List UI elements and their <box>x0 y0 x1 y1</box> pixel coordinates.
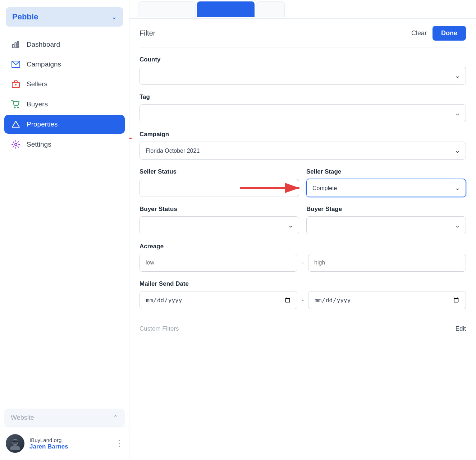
buyer-stage-label: Buyer Stage <box>306 206 466 213</box>
mailer-date-range: - <box>139 291 466 309</box>
user-menu-dots[interactable]: ⋮ <box>115 439 123 448</box>
sidebar-item-dashboard[interactable]: Dashboard <box>4 35 125 54</box>
tag-select-wrapper: ⌄ <box>139 104 466 122</box>
campaign-select[interactable]: Florida October 2021 <box>139 142 466 160</box>
mailer-date-label: Mailer Send Date <box>139 280 466 288</box>
sidebar-item-settings[interactable]: Settings <box>4 135 125 154</box>
tab-2[interactable] <box>197 1 255 17</box>
svg-point-6 <box>14 107 15 108</box>
brand-chevron-icon: ⌄ <box>111 13 117 21</box>
buyer-status-select[interactable] <box>139 216 299 234</box>
seller-row: Seller Status ⌄ Seller Stage Complete <box>139 168 466 206</box>
clear-button[interactable]: Clear <box>411 29 427 37</box>
tag-select[interactable] <box>139 104 466 122</box>
mailer-date-to-input[interactable] <box>308 291 466 309</box>
svg-rect-14 <box>12 442 19 442</box>
chevron-up-icon: ⌃ <box>113 414 118 422</box>
sidebar-nav: Dashboard Campaigns <box>0 35 129 403</box>
mailer-date-from-input[interactable] <box>139 291 297 309</box>
county-select-wrapper: ⌄ <box>139 67 466 85</box>
custom-filters-row: Custom Filters Edit <box>139 318 466 340</box>
svg-rect-1 <box>15 43 17 48</box>
sidebar-item-label-campaigns: Campaigns <box>27 60 61 68</box>
acreage-range-separator: - <box>302 259 304 267</box>
seller-stage-field: Seller Stage Complete ⌄ <box>306 168 466 197</box>
avatar <box>6 434 24 453</box>
sidebar-item-label-buyers: Buyers <box>27 100 48 108</box>
sidebar-item-label-properties: Properties <box>27 120 58 128</box>
sidebar-item-campaigns[interactable]: Campaigns <box>4 55 125 73</box>
filter-title: Filter <box>139 29 155 37</box>
campaign-select-wrapper: Florida October 2021 ⌄ <box>139 142 466 160</box>
website-section-label: Website <box>11 414 34 422</box>
seller-status-field: Seller Status ⌄ <box>139 168 299 197</box>
buyer-stage-field: Buyer Stage ⌄ <box>306 206 466 234</box>
campaign-arrow-annotation <box>129 132 136 144</box>
acreage-range: - <box>139 254 466 272</box>
mailer-date-field: Mailer Send Date - <box>139 280 466 309</box>
acreage-label: Acreage <box>139 243 466 250</box>
filter-header: Filter Clear Done <box>139 19 466 47</box>
avatar-image <box>6 434 24 453</box>
mail-icon <box>11 61 21 68</box>
buyer-stage-select[interactable] <box>306 216 466 234</box>
campaign-field: Campaign Florida October 2021 ⌄ <box>139 131 466 160</box>
mailer-date-separator: - <box>302 296 304 304</box>
sidebar-item-label-sellers: Sellers <box>27 80 47 88</box>
county-select[interactable] <box>139 67 466 85</box>
svg-point-9 <box>15 143 17 146</box>
acreage-field: Acreage - <box>139 243 466 272</box>
sidebar-item-label-dashboard: Dashboard <box>27 41 60 49</box>
svg-marker-8 <box>12 121 19 127</box>
sidebar-item-label-settings: Settings <box>27 141 51 148</box>
seller-status-label: Seller Status <box>139 168 299 175</box>
buyer-status-field: Buyer Status ⌄ <box>139 206 299 234</box>
buyer-row: Buyer Status ⌄ Buyer Stage ⌄ <box>139 206 466 243</box>
sidebar-item-sellers[interactable]: Sellers <box>4 75 125 93</box>
buyer-stage-select-wrapper: ⌄ <box>306 216 466 234</box>
svg-rect-2 <box>17 41 19 48</box>
buyer-status-select-wrapper: ⌄ <box>139 216 299 234</box>
county-label: County <box>139 56 466 63</box>
seller-stage-select[interactable]: Complete <box>306 179 466 197</box>
triangle-icon <box>11 120 21 129</box>
acreage-low-input[interactable] <box>139 254 297 272</box>
user-name: Jaren Barnes <box>29 443 110 450</box>
website-section: Website ⌃ <box>4 409 125 427</box>
seller-stage-select-wrapper: Complete ⌄ <box>306 179 466 197</box>
user-info: IBuyLand.org Jaren Barnes <box>29 437 110 450</box>
seller-status-select[interactable] <box>139 179 299 197</box>
svg-rect-0 <box>13 45 14 48</box>
brand-name: Pebble <box>12 12 38 22</box>
county-field: County ⌄ <box>139 56 466 85</box>
acreage-high-input[interactable] <box>308 254 466 272</box>
tag-field: Tag ⌄ <box>139 93 466 122</box>
filter-panel: Filter Clear Done County ⌄ Tag <box>129 19 476 460</box>
svg-point-7 <box>18 107 19 108</box>
bag-icon <box>11 80 21 88</box>
tag-label: Tag <box>139 93 466 101</box>
website-section-toggle[interactable]: Website ⌃ <box>4 409 125 427</box>
svg-rect-13 <box>12 441 18 442</box>
user-org: IBuyLand.org <box>29 437 110 443</box>
cart-icon <box>11 100 21 109</box>
main-content: Filter Clear Done County ⌄ Tag <box>129 0 476 460</box>
buyer-status-label: Buyer Status <box>139 206 299 213</box>
done-button[interactable]: Done <box>432 26 466 41</box>
custom-filters-label: Custom Filters <box>139 325 179 332</box>
campaign-label: Campaign <box>139 131 466 138</box>
tabs-bar <box>129 0 476 19</box>
filter-actions: Clear Done <box>411 26 466 41</box>
user-footer: IBuyLand.org Jaren Barnes ⋮ <box>0 427 129 460</box>
sidebar-item-properties[interactable]: Properties <box>4 115 125 134</box>
gear-icon <box>11 140 21 149</box>
brand-selector[interactable]: Pebble ⌄ <box>6 7 123 27</box>
bar-chart-icon <box>11 40 21 49</box>
tab-1[interactable] <box>138 1 196 17</box>
custom-filters-edit-button[interactable]: Edit <box>456 325 466 332</box>
svg-point-11 <box>10 445 20 450</box>
seller-stage-label: Seller Stage <box>306 168 466 175</box>
sidebar-item-buyers[interactable]: Buyers <box>4 95 125 114</box>
tab-3[interactable] <box>256 1 285 17</box>
seller-status-select-wrapper: ⌄ <box>139 179 299 197</box>
